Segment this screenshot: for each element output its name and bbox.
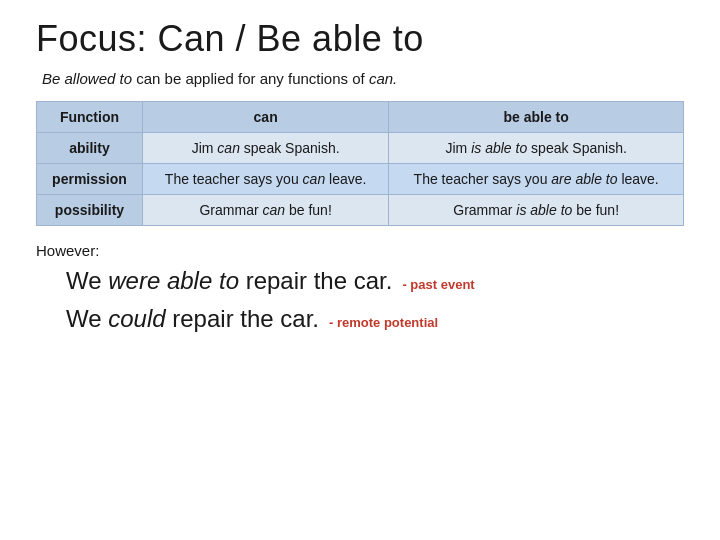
example1-line: We were able to repair the car. - past e… (36, 267, 684, 295)
example2-tag: - remote potential (329, 315, 438, 330)
example1-prefix: We (66, 267, 108, 294)
example2-line: We could repair the car. - remote potent… (36, 305, 684, 333)
table-row: ability Jim can speak Spanish. Jim is ab… (37, 133, 684, 164)
col-header-function: Function (37, 102, 143, 133)
row-permission-beable: The teacher says you are able to leave. (389, 164, 684, 195)
subtitle: Be allowed to can be applied for any fun… (36, 70, 684, 87)
row-possibility-beable: Grammar is able to be fun! (389, 195, 684, 226)
table-header-row: Function can be able to (37, 102, 684, 133)
beable-italic-possibility: is able to (516, 202, 572, 218)
comparison-table: Function can be able to ability Jim can … (36, 101, 684, 226)
example1-suffix: repair the car. (239, 267, 392, 294)
can-italic-possibility: can (262, 202, 285, 218)
can-italic-ability: can (217, 140, 240, 156)
example1-italic: were able to (108, 267, 239, 294)
however-label: However: (36, 242, 684, 259)
example2-italic: could (108, 305, 165, 332)
row-possibility-can: Grammar can be fun! (142, 195, 388, 226)
subtitle-italic-prefix: Be allowed to (42, 70, 132, 87)
row-ability-beable: Jim is able to speak Spanish. (389, 133, 684, 164)
col-header-be-able-to: be able to (389, 102, 684, 133)
row-ability-can: Jim can speak Spanish. (142, 133, 388, 164)
can-italic-permission: can (303, 171, 326, 187)
beable-italic-ability: is able to (471, 140, 527, 156)
col-header-can: can (142, 102, 388, 133)
row-ability-function: ability (37, 133, 143, 164)
example2-text: We could repair the car. (66, 305, 319, 333)
subtitle-middle: can be applied for any functions of (132, 70, 369, 87)
example2-suffix: repair the car. (166, 305, 319, 332)
example1-text: We were able to repair the car. (66, 267, 392, 295)
beable-italic-permission: are able to (551, 171, 617, 187)
subtitle-italic-suffix: can. (369, 70, 397, 87)
row-permission-can: The teacher says you can leave. (142, 164, 388, 195)
example2-prefix: We (66, 305, 108, 332)
page-title: Focus: Can / Be able to (36, 18, 684, 60)
table-row: permission The teacher says you can leav… (37, 164, 684, 195)
row-permission-function: permission (37, 164, 143, 195)
example1-tag: - past event (402, 277, 474, 292)
table-row: possibility Grammar can be fun! Grammar … (37, 195, 684, 226)
page: Focus: Can / Be able to Be allowed to ca… (0, 0, 720, 540)
row-possibility-function: possibility (37, 195, 143, 226)
